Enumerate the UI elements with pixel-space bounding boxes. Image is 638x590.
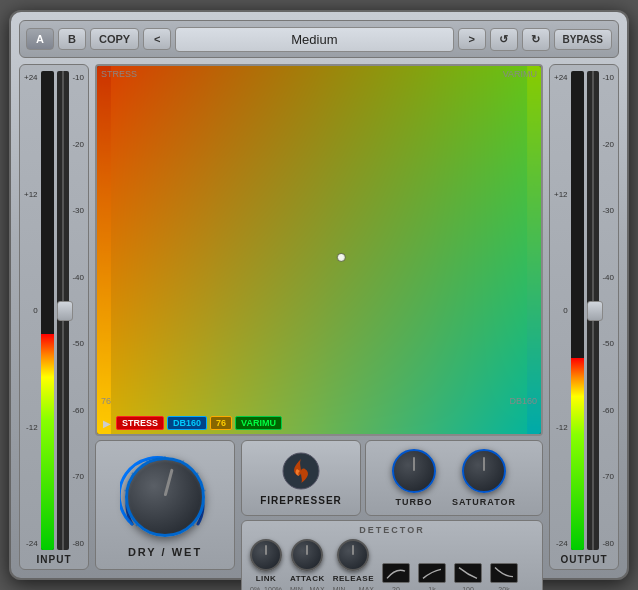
output-meter-inner: +24 +12 0 -12 -24 -10 -20 -30 -40: [554, 71, 614, 550]
tag-varimu[interactable]: VARIMU: [235, 416, 282, 430]
input-fader[interactable]: [57, 71, 70, 550]
preset-a-button[interactable]: A: [26, 28, 54, 50]
bottom-section: DRY / WET FIREPRESSER: [95, 440, 543, 570]
brand-section: FIREPRESSER: [241, 440, 361, 516]
detector-section: DETECTOR LINK 0% 100%: [241, 520, 543, 590]
curve4-display[interactable]: [490, 563, 518, 583]
output-scale-right: -10 -20 -30 -40 -50 -60 -70 -80: [602, 71, 614, 550]
release-group: RELEASE MIN MAX: [333, 539, 374, 590]
input-label: INPUT: [37, 554, 72, 565]
saturator-label: SATURATOR: [452, 497, 516, 507]
input-meter-fill: [41, 334, 54, 550]
drywet-section: DRY / WET: [95, 440, 235, 570]
input-scale-left: +24 +12 0 -12 -24: [24, 71, 38, 550]
main-area: +24 +12 0 -12 -24 -10 -20 -30 -40: [19, 64, 619, 570]
drywet-knob[interactable]: [125, 457, 205, 537]
curve4-group: 20k: [490, 563, 518, 590]
reset-button[interactable]: ↺: [490, 28, 518, 51]
xy-bottom-labels: 76 DB160: [101, 396, 537, 406]
link-group: LINK 0% 100%: [250, 539, 282, 590]
saturator-group: SATURATOR: [452, 449, 516, 507]
saturator-knob[interactable]: [462, 449, 506, 493]
output-scale-left: +24 +12 0 -12 -24: [554, 71, 568, 550]
xy-label-db160: DB160: [509, 396, 537, 406]
preset-b-button[interactable]: B: [58, 28, 86, 50]
curve3-group: 100: [454, 563, 482, 590]
input-scale-right: -10 -20 -30 -40 -50 -60 -70 -80: [72, 71, 84, 550]
drywet-label: DRY / WET: [128, 546, 202, 558]
compare-button[interactable]: ↻: [522, 28, 550, 51]
attack-range: MIN MAX: [290, 586, 325, 590]
link-label: LINK: [256, 574, 277, 583]
brand-name: FIREPRESSER: [260, 495, 342, 506]
svg-rect-15: [491, 564, 516, 582]
curve3-display[interactable]: [454, 563, 482, 583]
xy-canvas: [97, 66, 541, 434]
xy-label-stress: STRESS: [101, 69, 137, 79]
output-vu-meter: +24 +12 0 -12 -24 -10 -20 -30 -40: [549, 64, 619, 570]
curve4-label: 20k: [498, 586, 509, 590]
release-knob[interactable]: [337, 539, 369, 571]
output-fader[interactable]: [587, 71, 600, 550]
xy-label-76: 76: [101, 396, 111, 406]
curve2-display[interactable]: [418, 563, 446, 583]
next-preset-button[interactable]: >: [458, 28, 486, 50]
turbo-group: TURBO: [392, 449, 436, 507]
prev-preset-button[interactable]: <: [143, 28, 171, 50]
attack-group: ATTACK MIN MAX: [290, 539, 325, 590]
top-bar: A B COPY < Medium > ↺ ↻ BYPASS: [19, 20, 619, 58]
input-meter-bar: [41, 71, 54, 550]
xy-play-button[interactable]: ▶: [101, 417, 113, 429]
xy-pad-labels: STRESS VARIMU: [97, 68, 541, 79]
svg-rect-14: [455, 564, 480, 582]
xy-label-varimu: VARIMU: [503, 69, 537, 79]
curve2-label: 1k: [428, 586, 435, 590]
release-range: MIN MAX: [333, 586, 374, 590]
brand-logo: [281, 451, 321, 491]
tag-db160[interactable]: DB160: [167, 416, 207, 430]
output-meter-bar: [571, 71, 584, 550]
link-range: 0% 100%: [250, 586, 282, 590]
attack-knob[interactable]: [291, 539, 323, 571]
output-label: OUTPUT: [560, 554, 607, 565]
attack-label: ATTACK: [290, 574, 325, 583]
bypass-button[interactable]: BYPASS: [554, 29, 612, 50]
input-meter-inner: +24 +12 0 -12 -24 -10 -20 -30 -40: [24, 71, 84, 550]
input-fader-handle[interactable]: [57, 301, 73, 321]
output-meter-fill: [571, 358, 584, 550]
copy-button[interactable]: COPY: [90, 28, 139, 50]
plugin-container: A B COPY < Medium > ↺ ↻ BYPASS +24 +12 0…: [9, 10, 629, 580]
preset-name: Medium: [175, 27, 453, 52]
turbo-knob[interactable]: [392, 449, 436, 493]
detector-controls: LINK 0% 100% ATTACK MIN: [250, 539, 534, 590]
link-knob[interactable]: [250, 539, 282, 571]
svg-rect-12: [383, 564, 408, 582]
curve1-label: 20: [392, 586, 400, 590]
drywet-knob-wrapper: [120, 452, 210, 542]
curve1-display[interactable]: [382, 563, 410, 583]
detector-header: DETECTOR: [250, 525, 534, 535]
curve3-label: 100: [462, 586, 474, 590]
turbo-label: TURBO: [396, 497, 433, 507]
xy-pad[interactable]: STRESS VARIMU 76 DB160 ▶ STRESS DB160 76…: [95, 64, 543, 436]
xy-tags: ▶ STRESS DB160 76 VARIMU: [101, 416, 537, 430]
center-section: STRESS VARIMU 76 DB160 ▶ STRESS DB160 76…: [95, 64, 543, 570]
input-vu-meter: +24 +12 0 -12 -24 -10 -20 -30 -40: [19, 64, 89, 570]
knobs-area: TURBO SATURATOR: [365, 440, 543, 516]
tag-stress[interactable]: STRESS: [116, 416, 164, 430]
tag-76[interactable]: 76: [210, 416, 232, 430]
release-label: RELEASE: [333, 574, 374, 583]
output-fader-handle[interactable]: [587, 301, 603, 321]
curve2-group: 1k: [418, 563, 446, 590]
curve1-group: 20: [382, 563, 410, 590]
